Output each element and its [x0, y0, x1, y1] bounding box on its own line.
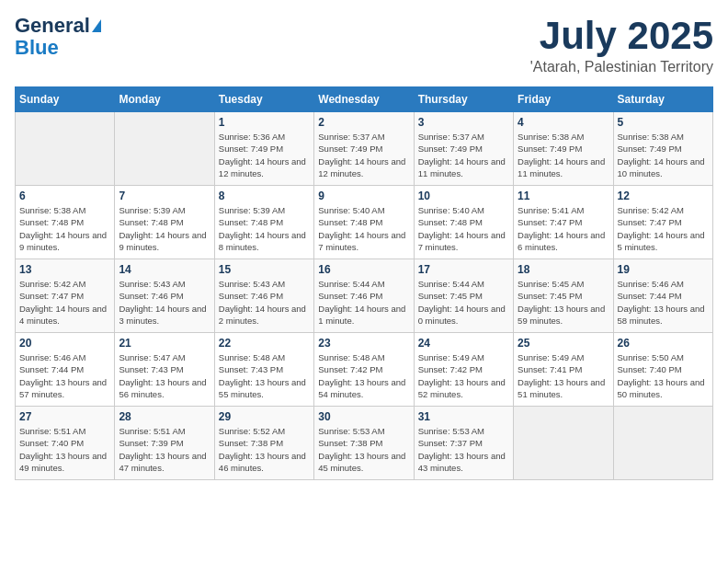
- sunset-text: Sunset: 7:48 PM: [19, 217, 84, 227]
- month-title: July 2025: [530, 15, 713, 57]
- sunset-text: Sunset: 7:43 PM: [119, 364, 183, 374]
- cell-info: Sunrise: 5:39 AM Sunset: 7:48 PM Dayligh…: [219, 204, 310, 253]
- daylight-text: Daylight: 14 hours and 11 minutes.: [518, 156, 605, 178]
- calendar-cell: 9 Sunrise: 5:40 AM Sunset: 7:48 PM Dayli…: [314, 186, 414, 259]
- calendar-cell: 11 Sunrise: 5:41 AM Sunset: 7:47 PM Dayl…: [514, 186, 613, 259]
- calendar-cell: 23 Sunrise: 5:48 AM Sunset: 7:42 PM Dayl…: [314, 333, 414, 407]
- logo-text-blue: Blue: [15, 37, 59, 59]
- day-number: 18: [518, 263, 609, 276]
- calendar-cell: 29 Sunrise: 5:52 AM Sunset: 7:38 PM Dayl…: [214, 407, 313, 480]
- cell-info: Sunrise: 5:53 AM Sunset: 7:38 PM Dayligh…: [318, 425, 409, 474]
- sunrise-text: Sunrise: 5:51 AM: [119, 426, 185, 436]
- day-number: 8: [219, 190, 310, 202]
- sunset-text: Sunset: 7:47 PM: [518, 217, 582, 227]
- calendar-cell: 12 Sunrise: 5:42 AM Sunset: 7:47 PM Dayl…: [613, 186, 712, 259]
- daylight-text: Daylight: 13 hours and 54 minutes.: [318, 377, 405, 399]
- daylight-text: Daylight: 14 hours and 5 minutes.: [618, 230, 705, 252]
- daylight-text: Daylight: 14 hours and 8 minutes.: [219, 230, 306, 252]
- day-number: 20: [19, 337, 110, 350]
- cell-info: Sunrise: 5:44 AM Sunset: 7:45 PM Dayligh…: [418, 278, 509, 327]
- sunset-text: Sunset: 7:48 PM: [418, 217, 483, 227]
- logo: General Blue: [15, 15, 101, 59]
- day-number: 4: [518, 116, 609, 129]
- cell-info: Sunrise: 5:42 AM Sunset: 7:47 PM Dayligh…: [618, 204, 709, 253]
- day-number: 11: [518, 190, 609, 202]
- sunset-text: Sunset: 7:49 PM: [318, 144, 382, 154]
- day-number: 24: [418, 337, 509, 350]
- cell-info: Sunrise: 5:46 AM Sunset: 7:44 PM Dayligh…: [618, 278, 709, 327]
- sunrise-text: Sunrise: 5:42 AM: [618, 205, 684, 215]
- cell-info: Sunrise: 5:45 AM Sunset: 7:45 PM Dayligh…: [518, 278, 609, 327]
- sunset-text: Sunset: 7:47 PM: [19, 291, 84, 301]
- daylight-text: Daylight: 13 hours and 59 minutes.: [518, 304, 605, 326]
- calendar-cell: 6 Sunrise: 5:38 AM Sunset: 7:48 PM Dayli…: [16, 186, 115, 259]
- calendar-cell: 10 Sunrise: 5:40 AM Sunset: 7:48 PM Dayl…: [414, 186, 513, 259]
- cell-info: Sunrise: 5:51 AM Sunset: 7:40 PM Dayligh…: [19, 425, 110, 474]
- sunset-text: Sunset: 7:40 PM: [19, 438, 84, 448]
- calendar-cell: 30 Sunrise: 5:53 AM Sunset: 7:38 PM Dayl…: [314, 407, 414, 480]
- title-block: July 2025 'Atarah, Palestinian Territory: [530, 15, 713, 75]
- daylight-text: Daylight: 13 hours and 51 minutes.: [518, 377, 605, 399]
- calendar-cell: 22 Sunrise: 5:48 AM Sunset: 7:43 PM Dayl…: [214, 333, 313, 407]
- cell-info: Sunrise: 5:40 AM Sunset: 7:48 PM Dayligh…: [318, 204, 409, 253]
- sunrise-text: Sunrise: 5:47 AM: [119, 352, 185, 362]
- cell-info: Sunrise: 5:49 AM Sunset: 7:42 PM Dayligh…: [418, 351, 509, 400]
- weekday-header-thursday: Thursday: [414, 87, 513, 112]
- calendar-cell: 31 Sunrise: 5:53 AM Sunset: 7:37 PM Dayl…: [414, 407, 513, 480]
- calendar-cell: 21 Sunrise: 5:47 AM Sunset: 7:43 PM Dayl…: [115, 333, 214, 407]
- sunset-text: Sunset: 7:44 PM: [618, 291, 682, 301]
- calendar-cell: 1 Sunrise: 5:36 AM Sunset: 7:49 PM Dayli…: [214, 112, 313, 186]
- calendar-cell: 4 Sunrise: 5:38 AM Sunset: 7:49 PM Dayli…: [514, 112, 613, 186]
- sunrise-text: Sunrise: 5:38 AM: [618, 132, 684, 142]
- weekday-header-friday: Friday: [514, 87, 613, 112]
- sunset-text: Sunset: 7:43 PM: [219, 364, 283, 374]
- calendar-cell: 17 Sunrise: 5:44 AM Sunset: 7:45 PM Dayl…: [414, 259, 513, 333]
- day-number: 6: [19, 190, 110, 202]
- daylight-text: Daylight: 13 hours and 49 minutes.: [19, 451, 107, 473]
- sunrise-text: Sunrise: 5:53 AM: [318, 426, 384, 436]
- sunrise-text: Sunrise: 5:46 AM: [618, 279, 684, 289]
- calendar-week-row: 20 Sunrise: 5:46 AM Sunset: 7:44 PM Dayl…: [16, 333, 713, 407]
- cell-info: Sunrise: 5:37 AM Sunset: 7:49 PM Dayligh…: [418, 131, 509, 179]
- cell-info: Sunrise: 5:48 AM Sunset: 7:42 PM Dayligh…: [318, 351, 409, 400]
- sunrise-text: Sunrise: 5:43 AM: [219, 279, 285, 289]
- calendar-cell: 8 Sunrise: 5:39 AM Sunset: 7:48 PM Dayli…: [214, 186, 313, 259]
- calendar-cell: [613, 407, 712, 480]
- cell-info: Sunrise: 5:38 AM Sunset: 7:49 PM Dayligh…: [518, 131, 609, 179]
- daylight-text: Daylight: 14 hours and 9 minutes.: [19, 230, 107, 252]
- daylight-text: Daylight: 13 hours and 46 minutes.: [219, 451, 306, 473]
- weekday-header-sunday: Sunday: [16, 87, 115, 112]
- sunrise-text: Sunrise: 5:41 AM: [518, 205, 584, 215]
- weekday-header-tuesday: Tuesday: [214, 87, 313, 112]
- cell-info: Sunrise: 5:46 AM Sunset: 7:44 PM Dayligh…: [19, 351, 110, 400]
- sunrise-text: Sunrise: 5:39 AM: [219, 205, 285, 215]
- daylight-text: Daylight: 14 hours and 3 minutes.: [119, 304, 206, 326]
- calendar-cell: 5 Sunrise: 5:38 AM Sunset: 7:49 PM Dayli…: [613, 112, 712, 186]
- sunset-text: Sunset: 7:48 PM: [119, 217, 183, 227]
- cell-info: Sunrise: 5:38 AM Sunset: 7:48 PM Dayligh…: [19, 204, 110, 253]
- sunset-text: Sunset: 7:46 PM: [119, 291, 183, 301]
- sunset-text: Sunset: 7:46 PM: [318, 291, 382, 301]
- calendar-cell: [16, 112, 115, 186]
- day-number: 13: [19, 263, 110, 276]
- day-number: 17: [418, 263, 509, 276]
- sunset-text: Sunset: 7:38 PM: [219, 438, 283, 448]
- daylight-text: Daylight: 14 hours and 11 minutes.: [418, 156, 506, 178]
- daylight-text: Daylight: 13 hours and 55 minutes.: [219, 377, 306, 399]
- sunrise-text: Sunrise: 5:48 AM: [318, 352, 384, 362]
- daylight-text: Daylight: 13 hours and 57 minutes.: [19, 377, 107, 399]
- sunrise-text: Sunrise: 5:46 AM: [19, 352, 85, 362]
- calendar-cell: 19 Sunrise: 5:46 AM Sunset: 7:44 PM Dayl…: [613, 259, 712, 333]
- day-number: 3: [418, 116, 509, 129]
- location-title: 'Atarah, Palestinian Territory: [530, 59, 713, 75]
- daylight-text: Daylight: 14 hours and 10 minutes.: [618, 156, 705, 178]
- day-number: 27: [19, 410, 110, 423]
- sunrise-text: Sunrise: 5:45 AM: [518, 279, 584, 289]
- calendar-cell: 7 Sunrise: 5:39 AM Sunset: 7:48 PM Dayli…: [115, 186, 214, 259]
- sunrise-text: Sunrise: 5:40 AM: [418, 205, 484, 215]
- sunrise-text: Sunrise: 5:37 AM: [418, 132, 484, 142]
- sunset-text: Sunset: 7:42 PM: [418, 364, 483, 374]
- sunrise-text: Sunrise: 5:39 AM: [119, 205, 185, 215]
- day-number: 28: [119, 410, 210, 423]
- daylight-text: Daylight: 14 hours and 2 minutes.: [219, 304, 306, 326]
